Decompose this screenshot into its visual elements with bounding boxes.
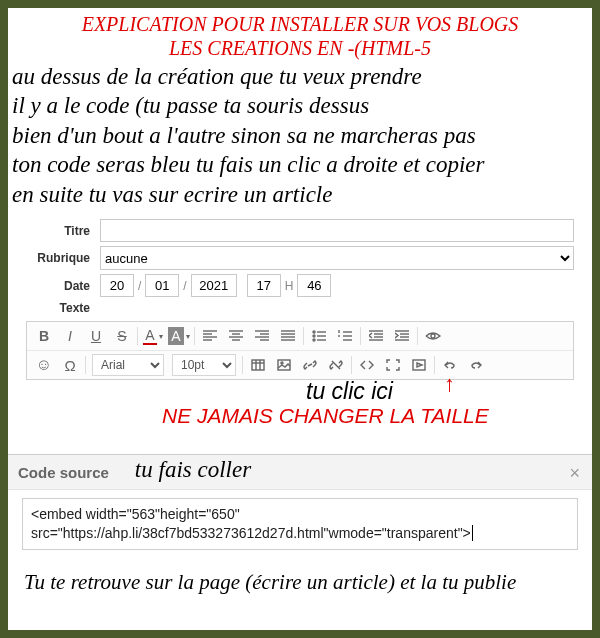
intro-l3: bien d'un bout a l'autre sinon sa ne mar… <box>12 121 588 150</box>
number-list-icon[interactable] <box>332 324 358 348</box>
h-sep: H <box>281 279 298 293</box>
special-char-button[interactable]: Ω <box>57 353 83 377</box>
svg-rect-36 <box>252 360 264 370</box>
underline-button[interactable]: U <box>83 324 109 348</box>
svg-point-16 <box>313 331 315 333</box>
editor-toolbar: B I U S A▾ A▾ <box>26 321 574 380</box>
title-line1: EXPLICATION POUR INSTALLER SUR VOS BLOGS <box>82 13 519 35</box>
outdent-icon[interactable] <box>363 324 389 348</box>
code-source-label: Code source <box>18 464 109 481</box>
unlink-icon[interactable] <box>323 353 349 377</box>
code-content: <embed width="563"height="650" src="http… <box>31 506 471 541</box>
intro-l1: au dessus de la création que tu veux pre… <box>12 62 588 91</box>
close-icon[interactable]: × <box>569 463 580 484</box>
month-input[interactable] <box>145 274 179 297</box>
slash-sep: / <box>179 279 190 293</box>
slash-sep: / <box>134 279 145 293</box>
arrow-icon: ↑ <box>444 371 455 397</box>
annotation-row2: NE JAMAIS CHANGER LA TAILLE <box>26 410 574 436</box>
title-line2: LES CREATIONS EN -(HTML-5 <box>169 37 431 59</box>
intro-l2: il y a le code (tu passe ta souris dessu… <box>12 91 588 120</box>
main-title: EXPLICATION POUR INSTALLER SUR VOS BLOGS… <box>8 8 592 60</box>
link-icon[interactable] <box>297 353 323 377</box>
align-left-icon[interactable] <box>197 324 223 348</box>
strike-button[interactable]: S <box>109 324 135 348</box>
code-textarea[interactable]: <embed width="563"height="650" src="http… <box>22 498 578 550</box>
coller-text: tu fais coller <box>135 457 251 483</box>
intro-block: au dessus de la création que tu veux pre… <box>8 60 592 215</box>
day-input[interactable] <box>100 274 134 297</box>
document-frame: EXPLICATION POUR INSTALLER SUR VOS BLOGS… <box>8 8 592 630</box>
code-source-bar: Code source tu fais coller × <box>8 454 592 490</box>
size-select[interactable]: 10pt <box>172 354 236 376</box>
intro-l5: en suite tu vas sur ecrire un article <box>12 180 588 209</box>
redo-icon[interactable] <box>463 353 489 377</box>
year-input[interactable] <box>191 274 237 297</box>
titre-input[interactable] <box>100 219 574 242</box>
svg-line-42 <box>308 364 312 366</box>
fullscreen-icon[interactable] <box>380 353 406 377</box>
cursor <box>472 525 473 541</box>
preview-icon[interactable] <box>420 324 446 348</box>
rubrique-label: Rubrique <box>26 251 100 265</box>
svg-point-35 <box>431 334 435 338</box>
ne-jamais-text: NE JAMAIS CHANGER LA TAILLE <box>162 404 489 428</box>
bold-button[interactable]: B <box>31 324 57 348</box>
align-right-icon[interactable] <box>249 324 275 348</box>
svg-point-18 <box>313 335 315 337</box>
editor-form: Titre Rubrique aucune Date / / H Texte <box>8 219 592 436</box>
titre-label: Titre <box>26 224 100 238</box>
texte-label: Texte <box>26 301 100 315</box>
clic-ici-text: tu clic ici <box>306 378 393 405</box>
text-color-button[interactable]: A▾ <box>140 324 166 348</box>
media-icon[interactable] <box>406 353 432 377</box>
minute-input[interactable] <box>297 274 331 297</box>
final-text: Tu te retrouve sur la page (écrire un ar… <box>8 558 592 595</box>
svg-line-43 <box>332 361 340 369</box>
image-icon[interactable] <box>271 353 297 377</box>
intro-l4: ton code seras bleu tu fais un clic a dr… <box>12 150 588 179</box>
align-center-icon[interactable] <box>223 324 249 348</box>
svg-point-20 <box>313 339 315 341</box>
align-justify-icon[interactable] <box>275 324 301 348</box>
svg-point-41 <box>281 362 283 364</box>
indent-icon[interactable] <box>389 324 415 348</box>
italic-button[interactable]: I <box>57 324 83 348</box>
font-select[interactable]: Arial <box>92 354 164 376</box>
bullet-list-icon[interactable] <box>306 324 332 348</box>
bg-color-button[interactable]: A▾ <box>166 324 192 348</box>
hour-input[interactable] <box>247 274 281 297</box>
table-icon[interactable] <box>245 353 271 377</box>
date-label: Date <box>26 279 100 293</box>
rubrique-select[interactable]: aucune <box>100 246 574 270</box>
source-code-icon[interactable] <box>354 353 380 377</box>
emoji-button[interactable]: ☺ <box>31 353 57 377</box>
